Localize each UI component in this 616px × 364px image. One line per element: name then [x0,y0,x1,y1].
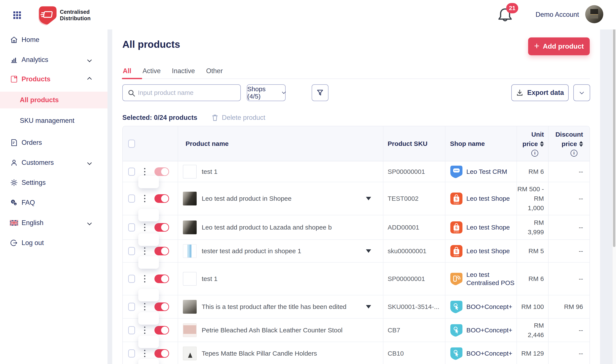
svg-text:S: S [455,250,458,253]
search-input[interactable] [138,89,233,96]
svg-text:A: A [15,203,16,205]
status-toggle[interactable] [154,247,169,255]
expand-row-icon[interactable] [366,249,371,253]
product-thumbnail [183,221,197,234]
delete-product-button[interactable]: Delete product [211,114,265,122]
sort-icon[interactable] [579,141,583,147]
row-checkbox[interactable] [128,303,135,311]
bar-chart-icon [10,56,18,64]
row-checkbox[interactable] [128,275,135,283]
sidebar-item-sku-management[interactable]: SKU management [0,112,108,129]
table-row: Leo test add product in Shopee TEST0002 … [123,182,589,215]
row-checkbox[interactable] [128,326,135,334]
export-data-button[interactable]: Export data [511,84,569,101]
content-right-gutter [600,29,612,364]
row-menu-icon[interactable] [144,247,145,255]
row-menu-icon[interactable] [144,224,145,231]
shop-name[interactable]: Leo Test CRM [466,168,507,176]
export-options-button[interactable] [573,84,590,101]
discount-price: -- [579,246,583,256]
sidebar-item-customers[interactable]: Customers [0,154,108,171]
shop-name[interactable]: Leo test Centralised POS [466,271,516,287]
shop-name[interactable]: BOO+Concept+ [466,303,512,311]
row-menu-icon[interactable] [144,303,145,311]
tab-all[interactable]: All [122,65,132,78]
app-grid-icon[interactable] [13,11,21,19]
status-toggle[interactable] [154,302,169,311]
col-shop-name: Shop name [450,140,485,147]
product-name: Leo test add product to Lazada and shope… [202,224,332,231]
status-toggle[interactable] [154,349,169,358]
row-checkbox[interactable] [128,168,135,176]
product-sku: sku00000001 [388,247,426,255]
expand-row-icon[interactable] [366,305,371,309]
sidebar-item-products[interactable]: Products [0,71,108,88]
discount-price: -- [579,349,583,358]
uk-flag-icon [10,219,18,227]
account-name[interactable]: Demo Account [527,11,579,18]
account-avatar[interactable] [585,5,603,23]
chevron-up-icon [87,77,92,81]
chevron-down-icon [87,221,92,225]
filter-button[interactable] [312,84,329,101]
shops-dropdown[interactable]: Shops (4/5) [247,84,286,101]
row-checkbox[interactable] [128,223,135,232]
sidebar-item-logout[interactable]: Log out [0,234,108,251]
tab-divider [122,78,590,79]
row-menu-icon[interactable] [144,326,145,334]
product-name: test 1 [202,168,218,175]
product-sku: SP00000001 [388,275,425,283]
sidebar-item-faq[interactable]: QA FAQ [0,194,108,211]
products-table: Product name Product SKU Shop name Unit … [122,126,590,364]
row-checkbox[interactable] [128,247,135,255]
select-all-checkbox[interactable] [128,140,135,148]
product-sku: SKU0001-3514-... [388,303,439,311]
sidebar-item-language[interactable]: English [0,214,108,231]
add-product-button[interactable]: + Add product [528,38,590,55]
download-icon [516,89,523,96]
table-row: Leo test add product to Lazada and shope… [123,215,589,240]
product-thumbnail [183,300,197,314]
tab-inactive[interactable]: Inactive [171,65,195,78]
status-toggle[interactable] [154,194,169,203]
shop-name[interactable]: Leo test Shope [466,223,510,232]
sidebar-item-all-products[interactable]: All products [0,92,108,108]
tab-active[interactable]: Active [142,65,161,78]
row-menu-icon[interactable] [144,350,145,357]
status-toggle[interactable] [154,274,169,283]
info-icon[interactable]: i [531,150,538,157]
row-menu-icon[interactable] [144,275,145,283]
status-toggle[interactable] [154,167,169,176]
faq-icon: QA [10,199,18,207]
shop-name[interactable]: BOO+Concept+ [466,326,512,334]
shop-name[interactable]: Leo test Shope [466,195,510,203]
row-menu-icon[interactable] [144,195,145,202]
sidebar-item-settings[interactable]: Settings [0,174,108,191]
row-menu-icon[interactable] [144,168,145,175]
status-toggle[interactable] [154,326,169,335]
row-checkbox[interactable] [128,195,135,203]
orders-icon [10,139,18,147]
col-product-sku: Product SKU [388,140,427,147]
status-toggle[interactable] [154,223,169,232]
svg-text:S: S [455,197,458,201]
page-scrollbar-thumb[interactable] [613,13,615,247]
notifications-bell[interactable]: 21 [497,6,517,25]
expand-row-icon[interactable] [366,197,371,200]
tab-other[interactable]: Other [206,65,223,78]
sidebar-item-home[interactable]: Home [0,31,108,48]
sort-icon[interactable] [540,141,544,147]
sidebar-item-orders[interactable]: Orders [0,134,108,151]
row-checkbox[interactable] [128,349,135,358]
sidebar-item-analytics[interactable]: Analytics [0,52,108,68]
product-sku: TEST0002 [388,195,419,202]
discount-price: RM 96 [564,302,583,312]
logout-icon [10,239,18,247]
info-icon[interactable]: i [571,150,577,157]
selection-bar: Selected: 0/24 products Delete product [122,113,265,122]
col-unit-price: Unit price i [517,126,549,161]
product-name: test 1 [202,275,218,283]
shop-name[interactable]: Leo test Shope [466,247,510,255]
toggle-popover-ghost [138,289,159,301]
shop-name[interactable]: BOO+Concept+ [466,349,512,358]
